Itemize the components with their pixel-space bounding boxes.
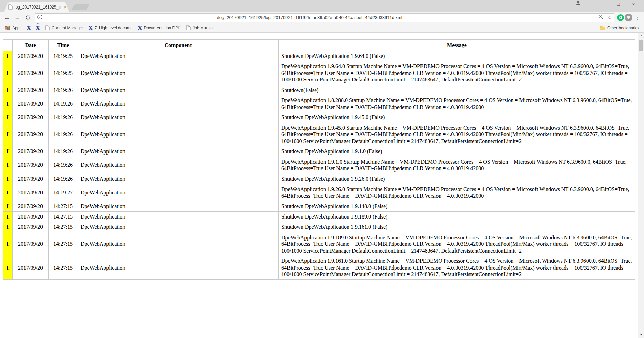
time-cell: 14:19:26: [49, 112, 78, 123]
message-cell: Shutdown(False): [279, 85, 635, 95]
address-bar[interactable]: /log_20170921_161925/log_20170921_161925…: [35, 13, 614, 22]
severity-cell: I: [3, 112, 13, 123]
scroll-down-icon[interactable]: ▼: [638, 332, 644, 338]
profile-icon[interactable]: [571, 0, 586, 9]
log-table-row: I 2017/09/20 14:27:15 DpeWebApplication …: [3, 201, 635, 212]
bookmarks-divider: [594, 25, 594, 31]
tab-title: log_20170921_161925_ae: [15, 5, 63, 10]
bookmarks-bar: AppsXX Content ManagerX7. High level doc…: [0, 23, 644, 33]
x-logo-favicon: X: [27, 26, 31, 30]
date-cell: 2017/09/20: [13, 123, 49, 146]
severity-cell: I: [3, 174, 13, 184]
severity-cell: I: [3, 211, 13, 222]
log-table-row: I 2017/09/20 14:19:25 DpeWebApplication …: [3, 61, 635, 85]
browser-tab[interactable]: log_20170921_161925_ae ×: [4, 2, 69, 12]
zoom-icon[interactable]: [598, 14, 604, 21]
log-table-row: I 2017/09/20 14:19:26 DpeWebApplication …: [3, 95, 635, 112]
date-cell: 2017/09/20: [13, 146, 49, 157]
time-cell: 14:19:25: [49, 61, 78, 85]
time-cell: 14:27:15: [49, 211, 78, 222]
bookmark-job-monitor[interactable]: Job Monitor: [184, 25, 216, 31]
log-table-body: I 2017/09/20 14:19:25 DpeWebApplication …: [3, 51, 635, 279]
message-cell: Shutdown DpeWebApplication 1.9.189.0 (Fa…: [279, 211, 635, 222]
severity-cell: I: [3, 222, 13, 232]
bookmark-x-favicon-2[interactable]: X: [34, 25, 42, 31]
severity-cell: I: [3, 232, 13, 256]
date-cell: 2017/09/20: [13, 232, 49, 256]
minimize-button[interactable]: —: [595, 0, 611, 9]
severity-cell: I: [3, 201, 13, 212]
date-cell: 2017/09/20: [13, 201, 49, 212]
date-cell: 2017/09/20: [13, 51, 49, 61]
bookmark-apps[interactable]: Apps: [3, 25, 23, 31]
component-cell: DpeWebApplication: [78, 85, 279, 95]
page-scrollbar[interactable]: ▲ ▼: [638, 33, 644, 338]
bookmark-high-level-document[interactable]: X7. High level docume: [87, 25, 135, 31]
severity-cell: I: [3, 146, 13, 157]
date-cell: 2017/09/20: [13, 157, 49, 174]
browser-toolbar: ← → /log_20170921_161925/log_20170921_16…: [0, 12, 644, 23]
time-cell: 14:27:15: [49, 232, 78, 256]
back-button[interactable]: ←: [3, 13, 12, 22]
component-cell: DpeWebApplication: [78, 146, 279, 157]
maximize-button[interactable]: □: [611, 0, 626, 9]
message-cell: DpeWebApplication 1.9.189.0 Startup Mach…: [279, 232, 635, 256]
folder-icon: [600, 27, 605, 30]
tab-strip: log_20170921_161925_ae × — □ ✕: [0, 0, 644, 12]
severity-cell: I: [3, 157, 13, 174]
url-text[interactable]: /log_20170921_161925/log_20170921_161925…: [217, 15, 402, 20]
x-logo-favicon: X: [89, 26, 93, 30]
document-icon: [186, 25, 191, 30]
tab-close-icon[interactable]: ×: [64, 5, 67, 10]
date-cell: 2017/09/20: [13, 256, 49, 280]
bookmark-label: Job Monitor: [193, 26, 214, 30]
log-table-header-row: Date Time Component Message: [3, 40, 635, 51]
browser-menu-icon[interactable]: ⋮: [633, 15, 641, 21]
message-cell: Shutdown DpeWebApplication 1.9.26.0 (Fal…: [279, 174, 635, 184]
bookmark-x-favicon-1[interactable]: X: [25, 25, 33, 31]
other-bookmarks-label: Other bookmarks: [607, 26, 639, 30]
header-component: Component: [78, 40, 279, 51]
message-cell: DpeWebApplication 1.9.64.0 Startup Machi…: [279, 61, 635, 85]
severity-cell: I: [3, 95, 13, 112]
component-cell: DpeWebApplication: [78, 174, 279, 184]
bookmark-documentation-dpe[interactable]: XDocumentation DPE: [136, 25, 183, 31]
severity-cell: I: [3, 123, 13, 146]
component-cell: DpeWebApplication: [78, 256, 279, 280]
x-logo-dots-favicon: X: [36, 26, 40, 30]
log-table-row: I 2017/09/20 14:19:26 DpeWebApplication …: [3, 85, 635, 95]
header-date: Date: [13, 40, 49, 51]
log-table-row: I 2017/09/20 14:19:26 DpeWebApplication …: [3, 146, 635, 157]
date-cell: 2017/09/20: [13, 95, 49, 112]
time-cell: 14:19:26: [49, 123, 78, 146]
component-cell: DpeWebApplication: [78, 211, 279, 222]
component-cell: DpeWebApplication: [78, 95, 279, 112]
log-table-row: I 2017/09/20 14:19:26 DpeWebApplication …: [3, 112, 635, 123]
date-cell: 2017/09/20: [13, 85, 49, 95]
scroll-up-icon[interactable]: ▲: [638, 33, 644, 38]
grammarly-extension-icon[interactable]: G: [617, 14, 624, 21]
component-cell: DpeWebApplication: [78, 51, 279, 61]
date-cell: 2017/09/20: [13, 211, 49, 222]
close-button[interactable]: ✕: [626, 0, 641, 9]
time-cell: 14:19:26: [49, 157, 78, 174]
new-tab-button[interactable]: [71, 4, 89, 10]
page-info-icon[interactable]: [37, 14, 43, 21]
other-bookmarks[interactable]: Other bookmarks: [598, 25, 641, 31]
log-table-row: I 2017/09/20 14:19:26 DpeWebApplication …: [3, 123, 635, 146]
scrollbar-thumb[interactable]: [639, 40, 643, 51]
component-cell: DpeWebApplication: [78, 123, 279, 146]
bookmark-star-icon[interactable]: ☆: [607, 14, 612, 21]
header-severity: [3, 40, 13, 51]
extension-icon[interactable]: [625, 14, 632, 21]
message-cell: DpeWebApplication 1.9.26.0 Startup Machi…: [279, 184, 635, 201]
log-table-row: I 2017/09/20 14:19:25 DpeWebApplication …: [3, 51, 635, 61]
component-cell: DpeWebApplication: [78, 232, 279, 256]
message-cell: Shutdown DpeWebApplication 1.9.45.0 (Fal…: [279, 112, 635, 123]
bookmark-content-manager[interactable]: Content Manager: [43, 25, 85, 31]
time-cell: 14:19:26: [49, 85, 78, 95]
reload-button[interactable]: [23, 13, 32, 22]
time-cell: 14:27:15: [49, 201, 78, 212]
message-cell: DpeWebApplication 1.9.161.0 Startup Mach…: [279, 256, 635, 280]
component-cell: DpeWebApplication: [78, 201, 279, 212]
